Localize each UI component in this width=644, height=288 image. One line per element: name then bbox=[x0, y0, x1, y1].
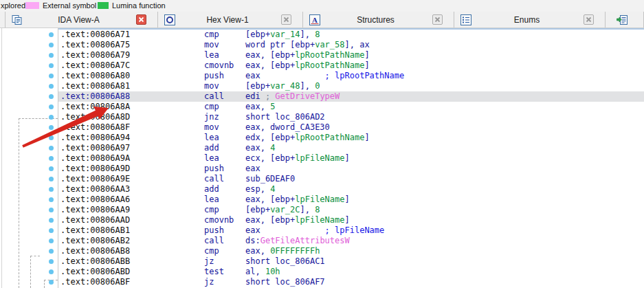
asm-mnemonic: add bbox=[204, 184, 245, 195]
asm-line[interactable]: .text:00806AA6leaeax, [ebp+lpFileName] bbox=[58, 195, 644, 205]
asm-operand: var_14 bbox=[270, 30, 300, 39]
nav-dot bbox=[49, 104, 54, 109]
nav-dot bbox=[49, 269, 54, 274]
asm-operand: eax, dword_CA3E30 bbox=[245, 122, 330, 132]
asm-address: .text:00806AA3 bbox=[58, 184, 204, 195]
asm-line[interactable]: .text:00806A9Ecallsub_6DEAF0 bbox=[58, 174, 644, 184]
asm-line[interactable]: .text:00806A8Djnzshort loc_806AD2 bbox=[58, 112, 644, 122]
asm-address: .text:00806A9A bbox=[58, 153, 204, 164]
nav-dot bbox=[49, 249, 54, 254]
close-tab-button[interactable] bbox=[281, 14, 291, 25]
asm-operand: 8 bbox=[315, 205, 320, 214]
close-tab-button[interactable] bbox=[136, 14, 146, 25]
legend-bar: xplored External symbol Lumina function bbox=[0, 0, 644, 12]
disassembly-view[interactable]: .text:00806A71cmp[ebp+var_14], 8.text:00… bbox=[0, 28, 644, 288]
structures-icon: A bbox=[309, 14, 320, 25]
asm-line[interactable]: .text:00806AA9cmp[ebp+var_2C], 8 bbox=[58, 205, 644, 215]
asm-line[interactable]: .text:00806ABDtestal, 10h bbox=[58, 267, 644, 277]
asm-operand: GetDriveTypeW bbox=[275, 91, 340, 101]
asm-operand: ] bbox=[345, 153, 350, 163]
asm-line[interactable]: .text:00806AB2callds:GetFileAttributesW bbox=[58, 236, 644, 246]
asm-mnemonic: call bbox=[204, 236, 245, 246]
asm-operand: [ebp+ bbox=[245, 30, 270, 39]
asm-line[interactable]: .text:00806A9Aleaecx, [ebp+lpFileName] bbox=[58, 153, 644, 164]
nav-dot bbox=[49, 63, 54, 68]
asm-address: .text:00806A9E bbox=[58, 174, 204, 184]
asm-line[interactable]: .text:00806A7Ccmovnbeax, [ebp+lpRootPath… bbox=[58, 60, 644, 71]
nav-dot bbox=[49, 32, 54, 37]
asm-operand: ; lpRootPathName bbox=[325, 71, 405, 80]
asm-operand: ], bbox=[300, 30, 315, 39]
tab-label: Structures bbox=[321, 15, 430, 25]
asm-line[interactable]: .text:00806A81mov[ebp+var_48], 0 bbox=[58, 81, 644, 91]
asm-operand: sub_6DEAF0 bbox=[245, 174, 295, 184]
nav-dot bbox=[49, 177, 54, 181]
asm-line[interactable]: .text:00806A9Dpusheax bbox=[58, 164, 644, 174]
asm-line[interactable]: .text:00806AA3addesp, 4 bbox=[58, 184, 644, 195]
asm-operand: 0 bbox=[315, 81, 320, 91]
asm-line[interactable]: .text:00806A8Fmoveax, dword_CA3E30 bbox=[58, 122, 644, 133]
tab-structures[interactable]: A Structures bbox=[302, 12, 454, 27]
asm-address: .text:00806ABB bbox=[58, 256, 204, 267]
tab-bar: IDA View-A Hex View-1 A Structures bbox=[0, 12, 644, 28]
asm-line[interactable]: .text:00806ABBjzshort loc_806AC1 bbox=[58, 256, 644, 267]
asm-line[interactable]: .text:00806A97addeax, 4 bbox=[58, 143, 644, 153]
asm-operand: word ptr [ebp+ bbox=[245, 40, 315, 49]
legend-item-lumina-function: Lumina function bbox=[112, 1, 166, 10]
asm-mnemonic: lea bbox=[204, 195, 245, 205]
asm-mnemonic: add bbox=[204, 143, 245, 153]
asm-address: .text:00806A80 bbox=[58, 71, 204, 81]
ida-view-icon bbox=[12, 14, 23, 25]
asm-mnemonic: push bbox=[204, 225, 245, 236]
tab-label: Hex View-1 bbox=[176, 15, 279, 25]
asm-line[interactable]: .text:00806A79leaeax, [ebp+lpRootPathNam… bbox=[58, 50, 644, 60]
asm-operand: eax, bbox=[245, 246, 270, 256]
asm-mnemonic: cmovnb bbox=[204, 215, 245, 225]
asm-mnemonic: call bbox=[204, 91, 245, 102]
tab-imports[interactable] bbox=[605, 12, 644, 27]
close-icon bbox=[138, 16, 144, 23]
asm-mnemonic: call bbox=[204, 174, 245, 184]
asm-operand: ; lpFileName bbox=[325, 225, 385, 235]
asm-address: .text:00806A8A bbox=[58, 102, 204, 112]
legend-swatch-external-symbol bbox=[25, 2, 39, 9]
asm-line[interactable]: .text:00806A80pusheax ; lpRootPathName bbox=[58, 71, 644, 81]
asm-line[interactable]: .text:00806ABFjzshort loc_806AF7 bbox=[58, 277, 644, 287]
asm-address: .text:00806AB1 bbox=[58, 225, 204, 236]
asm-mnemonic: cmp bbox=[204, 246, 245, 256]
asm-listing: .text:00806A71cmp[ebp+var_14], 8.text:00… bbox=[58, 30, 644, 287]
asm-mnemonic: jz bbox=[204, 256, 245, 267]
asm-operand: var_58 bbox=[315, 40, 344, 49]
asm-mnemonic: test bbox=[204, 267, 245, 277]
asm-address: .text:00806A94 bbox=[58, 133, 204, 143]
asm-line[interactable]: .text:00806A94leaedx, [ebp+lpRootPathNam… bbox=[58, 133, 644, 143]
asm-operand: eax, [ebp+ bbox=[245, 215, 295, 225]
asm-operand: [ebp+ bbox=[245, 81, 270, 91]
asm-line[interactable]: .text:00806A75movword ptr [ebp+var_58], … bbox=[58, 40, 644, 50]
nav-dot bbox=[49, 84, 54, 89]
asm-operand: GetFileAttributesW bbox=[260, 236, 350, 245]
asm-line[interactable]: .text:00806A71cmp[ebp+var_14], 8 bbox=[58, 30, 644, 40]
asm-line[interactable]: .text:00806A8Acmpeax, 5 bbox=[58, 102, 644, 112]
close-tab-button[interactable] bbox=[584, 14, 594, 25]
tab-enums[interactable]: Enums bbox=[454, 12, 605, 27]
tab-ida-view-a[interactable]: IDA View-A bbox=[5, 12, 157, 27]
asm-line[interactable]: .text:00806AB1pusheax ; lpFileName bbox=[58, 225, 644, 236]
asm-address: .text:00806A79 bbox=[58, 50, 204, 60]
nav-dot bbox=[49, 74, 54, 78]
tab-hex-view-1[interactable]: Hex View-1 bbox=[157, 12, 302, 27]
asm-operand: 4 bbox=[270, 184, 275, 194]
asm-operand: ] bbox=[345, 195, 350, 204]
asm-operand: eax, [ebp+ bbox=[245, 60, 295, 70]
asm-line[interactable]: .text:00806AADcmovnbeax, [ebp+lpFileName… bbox=[58, 215, 644, 225]
close-tab-button[interactable] bbox=[432, 14, 443, 25]
asm-mnemonic: lea bbox=[204, 50, 245, 60]
asm-operand: edx, [ebp+ bbox=[245, 133, 295, 142]
asm-operand: lpFileName bbox=[295, 153, 344, 163]
asm-mnemonic: mov bbox=[204, 81, 245, 91]
asm-operand: lpFileName bbox=[295, 195, 344, 204]
asm-line[interactable]: .text:00806AB8cmpeax, 0FFFFFFFFh bbox=[58, 246, 644, 256]
asm-line[interactable]: .text:00806A88calledi ; GetDriveTypeW bbox=[58, 91, 644, 102]
asm-operand: lpRootPathName bbox=[295, 133, 364, 142]
asm-address: .text:00806A97 bbox=[58, 143, 204, 153]
